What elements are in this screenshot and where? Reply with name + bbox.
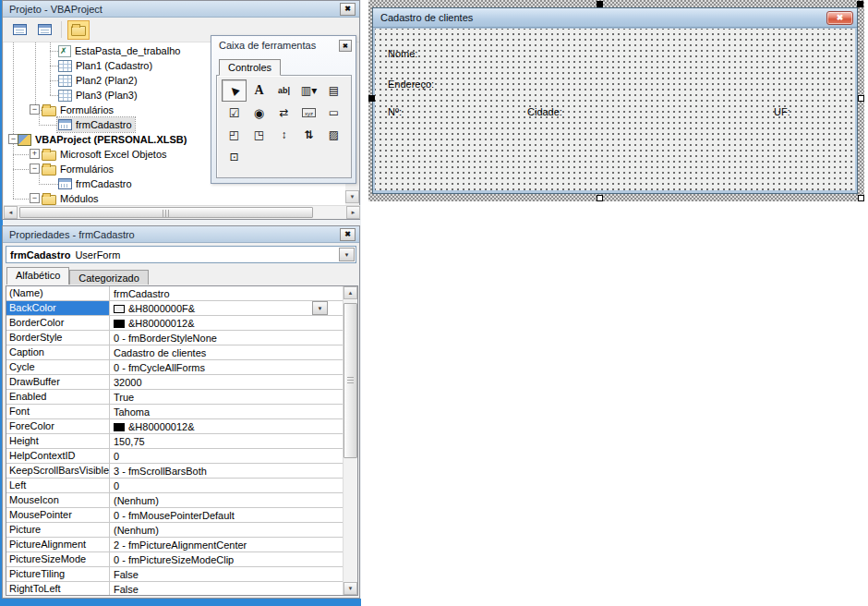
tool-label[interactable]: A xyxy=(247,79,271,102)
property-name[interactable]: BackColor xyxy=(6,301,110,315)
tree-item-content[interactable]: frmCadastro xyxy=(57,117,135,132)
form-resize-handle-top-right[interactable] xyxy=(857,1,863,7)
property-name[interactable]: Cycle xyxy=(6,360,110,374)
tree-item-content[interactable]: Microsoft Excel Objetos xyxy=(41,147,170,162)
property-value[interactable]: 0 - fmPictureSizeModeClip xyxy=(110,552,343,566)
scroll-right-arrow[interactable]: ► xyxy=(346,206,360,219)
property-row-name[interactable]: (Name)frmCadastro xyxy=(6,286,343,301)
project-close-button[interactable]: ✖ xyxy=(340,3,356,16)
property-name[interactable]: HelpContextID xyxy=(6,449,110,463)
userform-close-button[interactable]: ✖ xyxy=(826,11,853,25)
form-resize-handle-left-middle[interactable] xyxy=(368,95,375,102)
tree-item-content[interactable]: EstaPasta_de_trabalho xyxy=(57,43,183,58)
property-value[interactable]: 0 - fmCycleAllForms xyxy=(110,360,343,374)
property-name[interactable]: Picture xyxy=(6,523,110,537)
tool-togglebutton[interactable]: ⇄ xyxy=(271,102,296,124)
properties-close-button[interactable]: ✖ xyxy=(340,228,356,241)
tool-image[interactable]: ▨ xyxy=(321,124,346,146)
vscroll-thumb[interactable] xyxy=(344,303,357,458)
collapse-minus-icon[interactable]: − xyxy=(30,164,40,174)
chevron-down-icon[interactable]: ▼ xyxy=(339,248,355,261)
tab-controles[interactable]: Controles xyxy=(219,59,281,76)
tool-textbox[interactable]: ab| xyxy=(271,79,296,102)
project-tree-vscrollbar[interactable]: ▼ xyxy=(345,190,359,204)
object-selector-combo[interactable]: frmCadastro UserForm ▼ xyxy=(6,246,356,263)
property-name[interactable]: Left xyxy=(6,479,110,492)
collapse-minus-icon[interactable]: − xyxy=(30,104,40,115)
property-value[interactable]: 0 xyxy=(110,479,343,492)
tool-multipage[interactable]: ◳ xyxy=(247,124,271,146)
property-name[interactable]: MousePointer xyxy=(6,508,110,522)
property-value[interactable]: frmCadastro xyxy=(110,286,343,300)
userform-titlebar[interactable]: Cadastro de clientes ✖ xyxy=(373,8,857,28)
property-name[interactable]: PictureTiling xyxy=(6,567,110,581)
property-name[interactable]: ForeColor xyxy=(6,419,110,433)
tree-item-content[interactable]: Formulários xyxy=(41,103,116,117)
property-name[interactable]: (Name) xyxy=(6,286,110,300)
property-value[interactable]: &H8000000F& xyxy=(110,301,343,315)
property-row-picturealignment[interactable]: PictureAlignment2 - fmPictureAlignmentCe… xyxy=(6,538,343,552)
label-cidade[interactable]: Cidade: xyxy=(527,106,562,117)
property-row-mousepointer[interactable]: MousePointer0 - fmMousePointerDefault xyxy=(6,508,343,523)
tool-refedit[interactable]: ⊡ xyxy=(222,146,247,168)
property-name[interactable]: PictureSizeMode xyxy=(6,552,110,566)
property-value[interactable]: False xyxy=(110,567,343,581)
property-row-bordercolor[interactable]: BorderColor&H80000012& xyxy=(6,316,343,331)
tool-listbox[interactable]: ▤ xyxy=(321,79,346,102)
property-row-picturetiling[interactable]: PictureTilingFalse xyxy=(6,567,343,582)
tool-checkbox[interactable]: ☑ xyxy=(222,102,247,124)
tree-item-modulos[interactable]: −Módulos xyxy=(4,191,345,205)
properties-vscrollbar[interactable]: ▲ ▼ xyxy=(343,286,357,595)
property-row-mouseicon[interactable]: MouseIcon(Nenhum) xyxy=(6,493,343,508)
property-name[interactable]: Caption xyxy=(6,345,110,359)
property-value[interactable]: Cadastro de clientes xyxy=(110,345,343,359)
form-resize-handle-bottom-center[interactable] xyxy=(597,195,603,201)
tool-combobox[interactable]: ▥▾ xyxy=(296,79,321,102)
property-name[interactable]: MouseIcon xyxy=(6,493,110,507)
tree-item-content[interactable]: Módulos xyxy=(41,191,102,205)
property-value[interactable]: 150,75 xyxy=(110,434,343,448)
tab-alfabetico[interactable]: Alfabético xyxy=(6,267,69,285)
property-value[interactable]: &H80000012& xyxy=(110,316,343,330)
tool-spinbutton[interactable]: ⇅ xyxy=(296,124,321,146)
properties-panel-titlebar[interactable]: Propriedades - frmCadastro ✖ xyxy=(3,226,359,243)
property-row-height[interactable]: Height150,75 xyxy=(6,434,343,449)
tool-commandbutton[interactable]: ▭ xyxy=(321,102,346,124)
tree-item-content[interactable]: Plan3 (Plan3) xyxy=(57,88,140,103)
property-value[interactable]: 2 - fmPictureAlignmentCenter xyxy=(110,538,343,551)
property-row-enabled[interactable]: EnabledTrue xyxy=(6,390,343,405)
collapse-minus-icon[interactable]: − xyxy=(30,193,40,203)
property-value[interactable]: (Nenhum) xyxy=(110,493,343,507)
tool-scrollbar[interactable]: ↕ xyxy=(271,124,296,146)
property-name[interactable]: Enabled xyxy=(6,390,110,404)
property-name[interactable]: Height xyxy=(6,434,110,448)
property-value[interactable]: 0 - fmMousePointerDefault xyxy=(110,508,343,522)
project-panel-titlebar[interactable]: Projeto - VBAProject ✖ xyxy=(3,1,359,18)
property-name[interactable]: RightToLeft xyxy=(6,582,110,596)
property-row-caption[interactable]: CaptionCadastro de clientes xyxy=(6,345,343,360)
property-name[interactable]: Font xyxy=(6,405,110,418)
property-row-picturesizemode[interactable]: PictureSizeMode0 - fmPictureSizeModeClip xyxy=(6,552,343,567)
value-dropdown-button[interactable]: ▼ xyxy=(312,301,328,315)
form-resize-handle-top-center[interactable] xyxy=(597,1,603,7)
tree-item-content[interactable]: VBAProject (PERSONAL.XLSB) xyxy=(17,132,189,147)
property-name[interactable]: BorderColor xyxy=(6,316,110,330)
toggle-folders-button[interactable] xyxy=(67,20,90,40)
tree-item-content[interactable]: Plan2 (Plan2) xyxy=(57,73,140,88)
scroll-up-arrow[interactable]: ▲ xyxy=(344,286,357,299)
toolbox-titlebar[interactable]: Caixa de ferramentas ✖ xyxy=(211,36,356,55)
property-value[interactable]: False xyxy=(110,582,343,596)
property-row-helpcontextid[interactable]: HelpContextID0 xyxy=(6,449,343,464)
property-value[interactable]: 32000 xyxy=(110,375,343,389)
expand-plus-icon[interactable]: + xyxy=(30,149,40,159)
label-nome[interactable]: Nome: xyxy=(388,48,417,59)
project-tree-hscrollbar[interactable]: ◄ ► xyxy=(4,205,360,218)
tool-optionbutton[interactable]: ◉ xyxy=(247,102,271,124)
label-endereco[interactable]: Endereço: xyxy=(388,79,434,90)
property-value[interactable]: 3 - fmScrollBarsBoth xyxy=(110,464,343,478)
scroll-down-arrow[interactable]: ▼ xyxy=(344,582,357,595)
property-row-left[interactable]: Left0 xyxy=(6,479,343,493)
property-row-keepscrollbarsvisible[interactable]: KeepScrollBarsVisible3 - fmScrollBarsBot… xyxy=(6,464,343,479)
property-row-borderstyle[interactable]: BorderStyle0 - fmBorderStyleNone xyxy=(6,331,343,345)
tool-select-pointer[interactable]: ▶ xyxy=(222,79,247,102)
